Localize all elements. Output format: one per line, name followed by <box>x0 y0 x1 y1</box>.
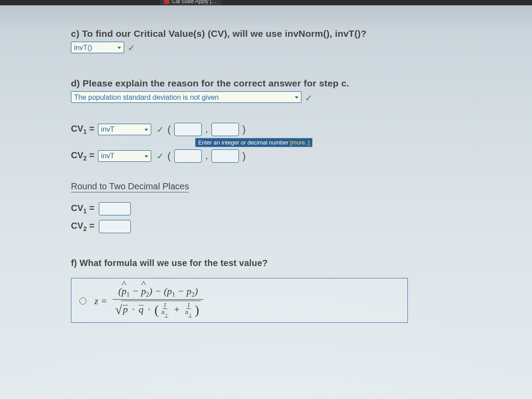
formula-z: z = (p1 − p2) − (p1 − p2) √ p · q · ( 1n… <box>94 285 203 318</box>
cv2-label: CV2 = <box>71 150 94 162</box>
cv2-answer-input[interactable] <box>99 220 131 233</box>
cv2-func-select-wrap: invT <box>98 150 151 162</box>
question-c-prompt: c) To find our Critical Value(s) (CV), w… <box>71 28 514 39</box>
cv1-func-select-wrap: invT <box>98 124 151 135</box>
round-header: Round to Two Decimal Places <box>71 181 189 192</box>
cv2-answer-row: CV2 = <box>71 220 514 233</box>
cv1-answer-input[interactable] <box>99 202 131 215</box>
hint-more-link[interactable]: [more..] <box>290 139 309 146</box>
question-c-select[interactable]: invT() <box>71 42 124 53</box>
cv1-answer-label: CV1 = <box>71 203 94 215</box>
hint-text: Enter an integer or decimal number <box>198 139 290 146</box>
cv2-answer-label: CV2 = <box>71 221 94 232</box>
question-d-select[interactable]: The population standard deviation is not… <box>71 91 301 103</box>
comma: , <box>205 151 208 161</box>
question-c-select-wrap: invT() <box>71 42 124 53</box>
formula-denominator: √ p · q · ( 1n1 + 1n2 ) <box>113 300 203 318</box>
quiz-content: c) To find our Critical Value(s) (CV), w… <box>71 18 514 399</box>
check-icon: ✓ <box>156 124 164 135</box>
check-icon: ✓ <box>156 151 164 161</box>
cv1-func-select[interactable]: invT <box>98 124 151 135</box>
browser-tab[interactable]: Cal State Apply |… <box>160 0 221 5</box>
formula-fraction: (p1 − p2) − (p1 − p2) √ p · q · ( 1n1 + … <box>113 285 203 318</box>
question-d-select-wrap: The population standard deviation is not… <box>71 91 301 103</box>
cv1-arg2-input[interactable] <box>211 123 239 136</box>
question-f-prompt: f) What formula will we use for the test… <box>71 258 514 268</box>
formula-option-box[interactable]: z = (p1 − p2) − (p1 − p2) √ p · q · ( 1n… <box>71 278 408 323</box>
cv2-arg2-input[interactable] <box>211 149 239 163</box>
close-paren: ) <box>243 124 246 135</box>
formula-numerator: (p1 − p2) − (p1 − p2) <box>116 285 201 300</box>
cv1-param-row: CV1 = invT ✓ ( , ) <box>71 123 514 136</box>
formula-radio[interactable] <box>79 297 86 305</box>
cv2-func-select[interactable]: invT <box>98 150 151 162</box>
cv1-label: CV1 = <box>71 124 94 135</box>
input-hint-tooltip: Enter an integer or decimal number [more… <box>195 138 313 147</box>
comma: , <box>205 124 208 134</box>
cv1-arg1-input[interactable] <box>174 123 202 136</box>
check-icon: ✓ <box>305 93 313 103</box>
question-d-prompt: d) Please explain the reason for the cor… <box>71 78 514 89</box>
check-icon: ✓ <box>128 43 135 53</box>
formula-lhs: z = <box>94 295 107 307</box>
cv-params-block: CV1 = invT ✓ ( , ) Enter an integer or d… <box>71 123 514 163</box>
open-paren: ( <box>168 124 171 135</box>
cv1-answer-row: CV1 = <box>71 202 514 215</box>
cv2-arg1-input[interactable] <box>174 149 202 163</box>
tab-label: Cal State Apply |… <box>172 0 217 4</box>
open-paren: ( <box>168 150 171 162</box>
browser-tabstrip: Cal State Apply |… <box>0 0 532 5</box>
tab-favicon <box>164 0 169 4</box>
cv2-param-row: CV2 = invT ✓ ( , ) <box>71 149 514 163</box>
close-paren: ) <box>243 150 246 162</box>
